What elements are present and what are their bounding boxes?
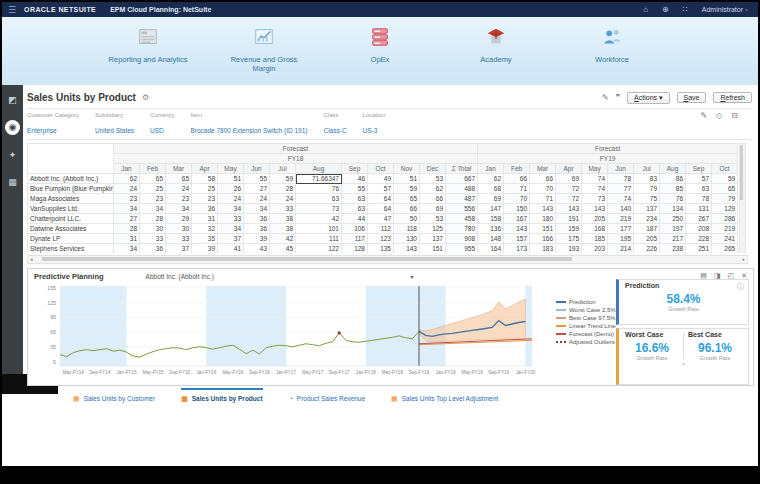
- grid-cell[interactable]: 112: [368, 224, 394, 234]
- edit-icon[interactable]: ✎: [602, 93, 609, 102]
- grid-cell[interactable]: 74: [608, 194, 634, 204]
- grid-cell[interactable]: 148: [478, 234, 504, 244]
- pov-field-location[interactable]: LocationUS-3: [363, 111, 386, 137]
- grid-cell[interactable]: 33: [270, 204, 296, 214]
- grid-cell[interactable]: 33: [166, 234, 192, 244]
- refresh-button[interactable]: Refresh: [713, 92, 752, 103]
- tab-product-sales-revenue[interactable]: ◔Product Sales Revenue: [289, 388, 366, 406]
- grid-cell[interactable]: 27: [114, 214, 140, 224]
- pov-value[interactable]: Brocade 7800 Extension Switch (ID 191): [190, 127, 307, 134]
- grid-cell[interactable]: 24: [114, 184, 140, 194]
- grid-cell[interactable]: 65: [140, 174, 166, 184]
- grid-cell[interactable]: 63: [342, 194, 368, 204]
- grid-cell[interactable]: 37: [166, 244, 192, 254]
- favorites-icon[interactable]: ✦: [9, 148, 17, 162]
- grid-cell[interactable]: 458: [446, 214, 478, 224]
- grid-cell[interactable]: 488: [446, 184, 478, 194]
- grid-cell[interactable]: 43: [244, 244, 270, 254]
- grid-cell[interactable]: 173: [504, 244, 530, 254]
- row-member-name[interactable]: Dynate LP: [28, 234, 114, 244]
- grid-cell[interactable]: 214: [608, 244, 634, 254]
- grid-cell[interactable]: 241: [712, 234, 738, 244]
- grid-cell[interactable]: 75: [634, 194, 660, 204]
- grid-cell[interactable]: 83: [634, 174, 660, 184]
- grid-cell[interactable]: 137: [634, 204, 660, 214]
- grid-cell[interactable]: 131: [686, 204, 712, 214]
- grid-cell[interactable]: 63: [686, 184, 712, 194]
- grid-cell[interactable]: 76: [660, 194, 686, 204]
- current-form-icon[interactable]: ◉: [5, 120, 20, 135]
- grid-cell[interactable]: 136: [478, 224, 504, 234]
- grid-cell[interactable]: 47: [368, 214, 394, 224]
- grid-cell[interactable]: 30: [166, 224, 192, 234]
- grid-cell[interactable]: 34: [244, 204, 270, 214]
- grid-cell[interactable]: 36: [244, 224, 270, 234]
- row-member-name[interactable]: Chatterpoint LLC.: [28, 214, 114, 224]
- grid-cell[interactable]: 66: [504, 174, 530, 184]
- grid-cell[interactable]: 159: [556, 224, 582, 234]
- pov-field-class[interactable]: ClassClass-C: [323, 111, 346, 137]
- row-member-name[interactable]: Datwine Associates: [28, 224, 114, 234]
- grid-cell[interactable]: 150: [504, 204, 530, 214]
- grid-cell[interactable]: 69: [478, 194, 504, 204]
- grid-cell[interactable]: 39: [244, 234, 270, 244]
- grid-cell[interactable]: 118: [394, 224, 420, 234]
- grid-cell[interactable]: 34: [218, 204, 244, 214]
- grid-cell[interactable]: 59: [394, 184, 420, 194]
- tile-reporting[interactable]: Reporting and Analytics: [105, 26, 191, 73]
- grid-cell[interactable]: 69: [420, 204, 446, 214]
- grid-cell[interactable]: 187: [634, 224, 660, 234]
- grid-cell[interactable]: 143: [394, 244, 420, 254]
- announcements-icon[interactable]: ◩: [8, 93, 17, 107]
- grid-vertical-scrollbar[interactable]: [739, 143, 746, 253]
- grid-cell[interactable]: 70: [530, 184, 556, 194]
- grid-cell[interactable]: 167: [504, 214, 530, 224]
- grid-cell[interactable]: 32: [192, 224, 218, 234]
- grid-cell[interactable]: 29: [166, 214, 192, 224]
- tab-sales-units-by-customer[interactable]: ▦Sales Units by Customer: [73, 388, 155, 406]
- grid-cell[interactable]: 487: [446, 194, 478, 204]
- grid-cell[interactable]: 217: [660, 234, 686, 244]
- grid-cell[interactable]: 164: [478, 244, 504, 254]
- grid-cell[interactable]: 55: [244, 174, 270, 184]
- user-menu[interactable]: Administrator ▾: [702, 6, 748, 13]
- grid-cell[interactable]: 42: [270, 234, 296, 244]
- grid-cell[interactable]: 183: [530, 244, 556, 254]
- tile-opex[interactable]: OpEx: [337, 26, 423, 73]
- grid-cell[interactable]: 955: [446, 244, 478, 254]
- grid-cell[interactable]: 72: [556, 184, 582, 194]
- grid-cell[interactable]: 130: [394, 234, 420, 244]
- scroll-left-icon[interactable]: ◂: [30, 256, 33, 263]
- pov-value[interactable]: Class-C: [323, 127, 346, 134]
- grid-cell[interactable]: 73: [582, 194, 608, 204]
- grid-cell[interactable]: 250: [660, 214, 686, 224]
- grid-cell[interactable]: 79: [634, 184, 660, 194]
- tile-academy[interactable]: Academy: [453, 26, 539, 73]
- grid-cell[interactable]: 908: [446, 234, 478, 244]
- grid-cell[interactable]: 117: [342, 234, 368, 244]
- scrollbar-thumb[interactable]: [42, 257, 572, 261]
- grid-cell[interactable]: 63: [342, 204, 368, 214]
- grid-cell[interactable]: 57: [368, 184, 394, 194]
- grid-cell[interactable]: 185: [582, 234, 608, 244]
- grid-cell[interactable]: 74: [582, 184, 608, 194]
- grid-cell[interactable]: 34: [140, 204, 166, 214]
- grid-cell[interactable]: 157: [504, 234, 530, 244]
- grid-cell[interactable]: 65: [166, 174, 192, 184]
- grid-cell[interactable]: 78: [608, 174, 634, 184]
- info-icon[interactable]: ⓘ: [737, 282, 744, 292]
- grid-cell[interactable]: 265: [712, 244, 738, 254]
- diamond-icon[interactable]: ◇: [716, 111, 722, 120]
- grid-cell[interactable]: 66: [530, 174, 556, 184]
- grid-cell[interactable]: 151: [420, 244, 446, 254]
- home-icon[interactable]: ⌂: [643, 5, 648, 14]
- grid-cell[interactable]: 191: [556, 214, 582, 224]
- grid-cell[interactable]: 45: [270, 244, 296, 254]
- member-dropdown[interactable]: Abbott Inc. (Abbott Inc.) ▾: [146, 273, 414, 280]
- grid-cell[interactable]: 151: [530, 224, 556, 234]
- grid-cell[interactable]: 24: [270, 194, 296, 204]
- grid-cell[interactable]: 203: [582, 244, 608, 254]
- grid-cell[interactable]: 129: [712, 204, 738, 214]
- grid-cell[interactable]: 38: [270, 224, 296, 234]
- gear-icon[interactable]: ⚙: [142, 93, 149, 102]
